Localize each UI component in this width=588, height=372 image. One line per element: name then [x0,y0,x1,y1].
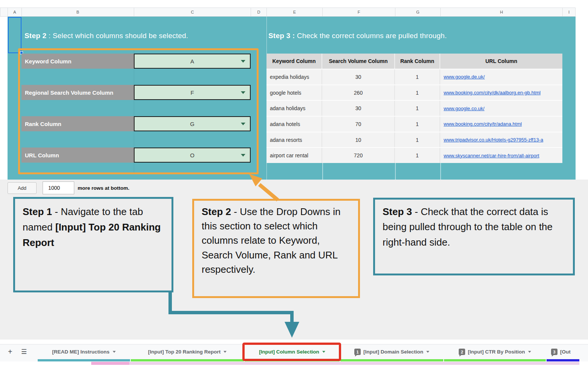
numbered-badge-icon: 3 [551,349,557,355]
row-gutter-corner [0,8,8,17]
selector-section-highlight [18,48,259,174]
tab-input-top-20-ranking-report[interactable]: [Input] Top 20 Ranking Report [131,344,244,359]
url-cell: www.google.co.uk/ [440,101,562,116]
column-header-g[interactable]: G [395,8,441,17]
url-cell: www.booking.com/city/tr/adana.html [440,117,562,132]
table-row: expedia holidays 30 1 www.google.de.uk/ [266,69,562,85]
column-header-c[interactable]: C [134,8,251,17]
rank-cell: 1 [395,132,440,148]
bottom-light-pink-strip [129,362,579,365]
tab-color-bar [547,359,579,361]
keyword-cell: airport car rental [266,148,322,163]
tab-color-bar [340,359,443,361]
volume-cell: 30 [322,69,395,85]
tab-color-bar [444,359,546,361]
table-row: adana holidays 30 1 www.google.co.uk/ [266,100,562,116]
column-header-h[interactable]: H [440,8,563,17]
rank-cell: 1 [395,69,440,85]
step2-callout-title: Step 2 [202,206,231,217]
step1-callout-title: Step 1 [23,206,52,217]
url-cell: www.booking.com/city/dk/aalborg.en-gb.ht… [440,85,562,100]
preview-table-body: expedia holidays 30 1 www.google.de.uk/ … [266,69,562,163]
column-header-b[interactable]: B [21,8,134,17]
volume-cell: 10 [322,132,395,148]
rows-count-input[interactable] [43,181,74,194]
preview-header-volume: Search Volume Column [322,54,395,69]
add-rows-label: more rows at bottom. [78,185,129,191]
numbered-badge-icon: 2 [459,349,465,355]
step1-callout: Step 1 - Navigate to the tab named [Inpu… [13,197,173,292]
url-link[interactable]: www.booking.com/city/dk/aalborg.en-gb.ht… [444,90,541,95]
tab-dropdown-icon [426,351,429,353]
tab-color-bar [245,359,340,361]
all-sheets-menu-icon[interactable]: ☰ [21,344,27,359]
tab-color-bar [131,359,244,361]
step2-banner-bold: Step 2 [24,32,46,40]
spreadsheet-screenshot: A B C D E F G H I Step 2 : Select which … [0,0,588,372]
url-cell: www.tripadvisor.co.uk/Hotels-g297955-zff… [440,132,562,148]
tab-label: [Input] CTR By Position [468,349,525,355]
table-row: adana resorts 10 1 www.tripadvisor.co.uk… [266,132,562,148]
column-header-i[interactable]: I [562,8,576,17]
tab-input-column-selection[interactable]: [Input] Column Selection [245,344,340,359]
step3-banner-bold: Step 3 : [268,32,295,40]
rank-cell: 1 [395,117,440,132]
tab-label: [READ ME] Instructions [52,349,109,355]
keyword-cell: expedia holidays [266,69,322,85]
tab-input-domain-selection[interactable]: 1 [Input] Domain Selection [340,344,443,359]
step3-banner-text: Check the correct columns are pulled thr… [295,32,447,40]
selected-cell-outline [8,17,21,53]
preview-table-header: Keyword Column Search Volume Column Rank… [266,54,562,69]
keyword-cell: google hotels [266,85,322,100]
step2-banner: Step 2 : Select which columns should be … [24,32,188,40]
preview-header-rank: Rank Column [395,54,440,69]
url-link[interactable]: www.google.de.uk/ [444,74,485,80]
grid-line [322,163,323,180]
url-link[interactable]: www.google.co.uk/ [444,106,484,111]
tab-dropdown-icon [113,351,116,353]
rank-cell: 1 [395,148,440,163]
keyword-cell: adana holidays [266,101,322,116]
url-link[interactable]: www.skyscanner.net/car-hire-from/all-air… [444,153,539,158]
rank-cell: 1 [395,101,440,116]
keyword-cell: adana hotels [266,117,322,132]
add-sheet-icon[interactable]: + [8,344,12,359]
sheet-grid: Step 2 : Select which columns should be … [8,17,576,180]
url-link[interactable]: www.tripadvisor.co.uk/Hotels-g297955-zff… [444,137,543,143]
tab-output-clipped[interactable]: 3 [Out [547,344,579,359]
tab-dropdown-icon [528,351,531,353]
tab-read-me-instructions[interactable]: [READ ME] Instructions [38,344,130,359]
preview-table: Keyword Column Search Volume Column Rank… [266,54,562,163]
add-rows-button[interactable]: Add [8,182,37,194]
tab-label: [Out [560,349,571,355]
step3-callout-title: Step 3 [383,206,412,217]
step2-callout: Step 2 - Use the Drop Downs in this sect… [192,199,360,298]
column-header-d[interactable]: D [251,8,267,17]
volume-cell: 70 [322,117,395,132]
tab-dropdown-icon [224,351,227,353]
grid-line [440,163,441,180]
column-header-a[interactable]: A [8,8,22,17]
url-cell: www.skyscanner.net/car-hire-from/all-air… [440,148,562,163]
column-header-e[interactable]: E [266,8,323,17]
rank-cell: 1 [395,85,440,100]
tab-label: [Input] Domain Selection [363,349,423,355]
tab-input-ctr-by-position[interactable]: 2 [Input] CTR By Position [444,344,546,359]
step3-banner: Step 3 : Check the correct columns are p… [268,32,447,40]
preview-header-keyword: Keyword Column [266,54,322,69]
url-cell: www.google.de.uk/ [440,69,562,85]
step3-callout: Step 3 - Check that the correct data is … [373,198,575,275]
table-row: google hotels 260 1 www.booking.com/city… [266,85,562,100]
tab-dropdown-icon [322,351,325,353]
keyword-cell: adana resorts [266,132,322,148]
numbered-badge-icon: 1 [354,349,361,355]
preview-header-url: URL Column [440,54,562,69]
table-row: adana hotels 70 1 www.booking.com/city/t… [266,116,562,132]
column-header-f[interactable]: F [322,8,395,17]
table-row: airport car rental 720 1 www.skyscanner.… [266,147,562,163]
tab-label: [Input] Column Selection [259,349,319,355]
volume-cell: 30 [322,101,395,116]
volume-cell: 260 [322,85,395,100]
volume-cell: 720 [322,148,395,163]
url-link[interactable]: www.booking.com/city/tr/adana.html [444,121,522,127]
